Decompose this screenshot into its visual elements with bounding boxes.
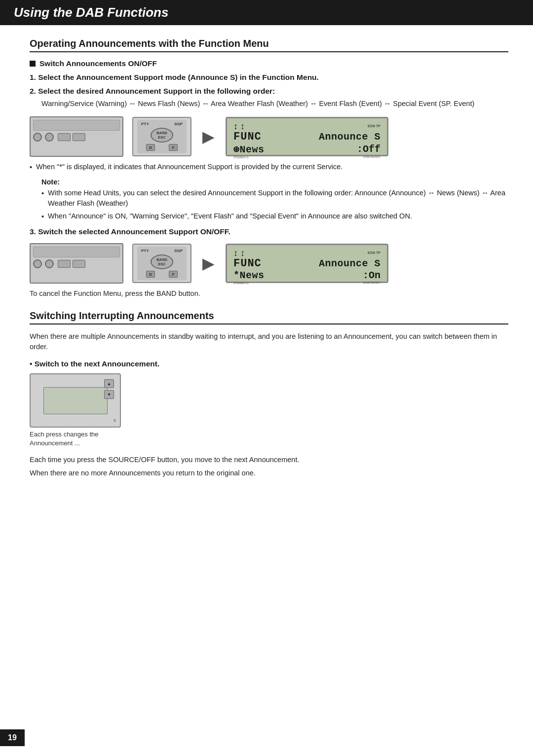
pad-bottom-row-1: D F xyxy=(139,144,185,151)
step2: 2. Select the desired Announcement Suppo… xyxy=(30,87,508,96)
header-bar: Using the DAB Functions xyxy=(0,0,533,25)
lcd-bottom-2: STEREO ⊙ DAB READY xyxy=(233,281,381,285)
lcd-stereo-2: STEREO ⊙ xyxy=(233,281,249,285)
lcd-arrows-2: ↕ ↕ xyxy=(233,249,245,257)
updown-device: ▲ ▼ S xyxy=(30,373,121,428)
lcd-news-2: *News xyxy=(233,270,265,281)
pad-top-row-1: PTY DSP xyxy=(139,122,185,126)
pad-dsp-label: DSP xyxy=(175,122,183,126)
pad-dsp-label-2: DSP xyxy=(175,249,183,253)
updown-btn-up[interactable]: ▲ xyxy=(104,379,114,388)
radio-circle-2 xyxy=(45,133,54,142)
radio-rect-pair-1 xyxy=(58,133,85,141)
radio-rect-3 xyxy=(58,260,71,268)
bullet-dot-1: • xyxy=(30,162,32,173)
lcd-inner-1: ↕ ↕ EON TP FUNC Announce S ⊛News :Off ST… xyxy=(231,120,383,153)
radio-btn-pair-2 xyxy=(33,259,54,268)
pad-f-btn-2[interactable]: F xyxy=(169,271,178,278)
lcd-top-2: ↕ ↕ EON TP xyxy=(233,249,381,257)
note-section: Note: • With some Head Units, you can se… xyxy=(41,178,508,222)
lcd-announce-text-2: Announce S xyxy=(319,258,381,269)
lcd-display-1: ↕ ↕ EON TP FUNC Announce S ⊛News :Off ST… xyxy=(226,117,388,156)
note-label: Note: xyxy=(41,178,508,186)
radio-circle-4 xyxy=(45,259,54,268)
black-square-icon xyxy=(30,61,36,67)
radio-controls-1 xyxy=(33,133,120,142)
radio-controls-2 xyxy=(33,259,120,268)
lcd-second-2: *News :On xyxy=(233,270,381,281)
pad-bottom-row-2: D F xyxy=(139,271,185,278)
radio-device-2 xyxy=(30,243,123,284)
radio-circle-3 xyxy=(33,259,42,268)
updown-image-container: ▲ ▼ S Each press changes the Announcemen… xyxy=(30,373,508,448)
note-item-1: • With some Head Units, you can select t… xyxy=(41,188,508,210)
section2-title: Switching Interrupting Announcements xyxy=(30,310,508,324)
lcd-on-2: :On xyxy=(363,270,381,281)
pad-d-btn[interactable]: D xyxy=(146,144,155,151)
page-number-box: 19 xyxy=(0,729,25,746)
pad-ring-1: BANDESC xyxy=(151,128,173,143)
pad-center-2: BANDESC xyxy=(150,253,174,270)
pad-top-row-2: PTY DSP xyxy=(139,249,185,253)
lcd-top-indicators-2: ↕ ↕ xyxy=(233,249,245,257)
radio-screen-2 xyxy=(33,247,120,257)
radio-rect-4 xyxy=(73,260,85,268)
lcd-func-text-2: FUNC xyxy=(233,257,262,270)
radio-circle-1 xyxy=(33,133,42,142)
lcd-eonton-2: EON TP xyxy=(368,251,381,254)
pad-d-btn-2[interactable]: D xyxy=(146,271,155,278)
lcd-announce-text-1: Announce S xyxy=(319,131,381,143)
pad-ring-2: BANDESC xyxy=(151,254,173,269)
updown-screen xyxy=(43,387,108,414)
lcd-stereo-1: STEREO ⊙ xyxy=(233,155,249,159)
pad-f-btn[interactable]: F xyxy=(169,144,178,151)
lcd-main-2: FUNC Announce S xyxy=(233,257,381,270)
pad-center-1: BANDESC xyxy=(150,127,174,144)
control-pad-1: PTY DSP BANDESC D F xyxy=(132,117,191,156)
final-text-2: When there are no more Announcements you… xyxy=(30,468,508,479)
lcd-dab-2: DAB READY xyxy=(363,281,381,285)
lcd-dab-1: DAB READY xyxy=(363,155,381,159)
subsection1-title: Switch Announcements ON/OFF xyxy=(30,59,508,68)
lcd-arrows-1: ↕ ↕ xyxy=(233,122,245,131)
control-pad-2: PTY DSP BANDESC D F xyxy=(132,244,191,283)
final-text-1: Each time you press the SOURCE/OFF butto… xyxy=(30,455,508,466)
lcd-main-1: FUNC Announce S xyxy=(233,131,381,143)
step2-detail: Warning/Service (Warning) ↔ News Flash (… xyxy=(41,99,508,109)
arrow-icon-1: ▶ xyxy=(202,127,215,146)
lcd-indicator-eon: EON TP xyxy=(368,124,381,128)
image-caption: Each press changes the Announcement ... xyxy=(30,430,121,448)
arrow-icon-2: ▶ xyxy=(202,254,215,273)
radio-screen-1 xyxy=(33,120,120,131)
radio-rect-2 xyxy=(73,133,85,141)
lcd-top-indicators-1: ↕ ↕ xyxy=(233,122,245,131)
page-title: Using the DAB Functions xyxy=(14,5,519,20)
lcd-second-1: ⊛News :Off xyxy=(233,143,381,155)
lcd-off-1: :Off xyxy=(357,144,381,155)
cancel-text: To cancel the Function Menu, press the B… xyxy=(30,288,508,299)
updown-btn-down[interactable]: ▼ xyxy=(104,390,114,399)
section1-title: Operating Announcements with the Functio… xyxy=(30,38,508,52)
pad-pty-label-2: PTY xyxy=(141,249,149,253)
source-label: S xyxy=(114,418,116,423)
page-number: 19 xyxy=(8,733,17,742)
pad-band-label: BANDESC xyxy=(156,131,167,140)
radio-rect-pair-2 xyxy=(58,260,85,268)
note-bullet-2: • xyxy=(41,212,44,222)
pad-pty-label: PTY xyxy=(141,122,149,126)
radio-rect-1 xyxy=(58,133,71,141)
radio-device-1 xyxy=(30,116,123,157)
note-item-2: • When "Announce" is ON, "Warning Servic… xyxy=(41,211,508,222)
image-row-1: PTY DSP BANDESC D F ▶ xyxy=(30,116,508,157)
updown-buttons: ▲ ▼ xyxy=(104,379,114,399)
radio-btn-pair-1 xyxy=(33,133,54,142)
step1: 1. Select the Announcement Support mode … xyxy=(30,73,508,82)
note-bullet-1: • xyxy=(41,188,44,210)
lcd-bottom-1: STEREO ⊙ DAB READY xyxy=(233,155,381,159)
section2: Switching Interrupting Announcements Whe… xyxy=(30,310,508,479)
bullet1: • When "*" is displayed, it indicates th… xyxy=(30,162,508,173)
pad-inner-1: PTY DSP BANDESC D F xyxy=(137,120,187,153)
lcd-indicator-eon-2: EON TP xyxy=(368,251,381,254)
switch-bullet: • Switch to the next Announcement. xyxy=(30,360,508,368)
lcd-inner-2: ↕ ↕ EON TP FUNC Announce S *News :On STE… xyxy=(231,247,383,280)
